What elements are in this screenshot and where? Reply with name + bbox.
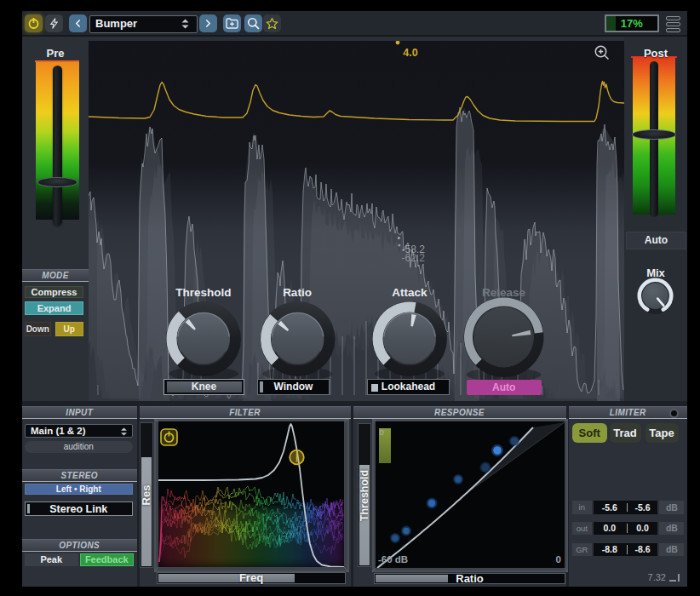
svg-text:-60 dB: -60 dB — [378, 554, 408, 564]
svg-text:4.0: 4.0 — [403, 47, 417, 59]
svg-text:-62.2: -62.2 — [402, 252, 426, 264]
svg-text:Ratio: Ratio — [283, 286, 312, 299]
svg-text:0: 0 — [380, 427, 384, 437]
svg-text:Release: Release — [482, 286, 526, 299]
svg-text:0: 0 — [556, 554, 561, 564]
svg-text:Threshold: Threshold — [175, 286, 231, 299]
svg-text:Attack: Attack — [392, 286, 427, 299]
